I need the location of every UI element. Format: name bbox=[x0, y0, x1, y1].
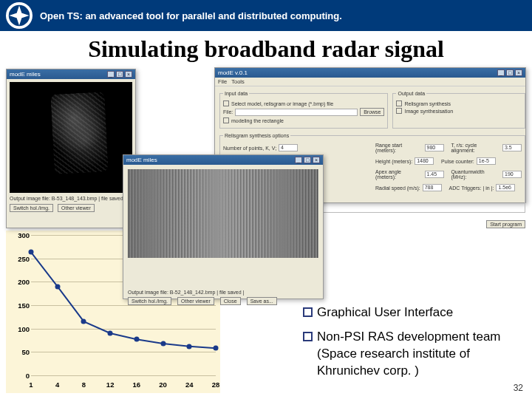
file-input[interactable] bbox=[235, 109, 358, 116]
y-tick: 150 bbox=[9, 301, 30, 310]
inp-rad[interactable]: 788 bbox=[423, 184, 442, 191]
radar-image bbox=[10, 82, 132, 193]
legend: Relisgram synthesis options bbox=[223, 133, 290, 138]
titlebar: modE v.0.1 _ □ × bbox=[215, 68, 525, 78]
page-number: 32 bbox=[514, 383, 523, 393]
data-point bbox=[187, 344, 192, 349]
bullet-icon bbox=[303, 332, 313, 341]
close-icon[interactable]: × bbox=[515, 69, 522, 76]
legend: Output data bbox=[396, 91, 426, 96]
y-tick: 250 bbox=[9, 254, 30, 262]
y-tick: 200 bbox=[9, 278, 30, 286]
hologram-image bbox=[128, 169, 318, 258]
x-tick: 8 bbox=[72, 381, 95, 389]
data-point bbox=[214, 346, 219, 351]
bullet-gui: Graphical User Interface bbox=[317, 304, 453, 321]
cb-image[interactable] bbox=[396, 108, 402, 114]
input-data-group: Input data Select model, relisgram or im… bbox=[219, 91, 388, 129]
close-button[interactable]: Close bbox=[220, 297, 241, 305]
inp-adc[interactable]: 1.5e6 bbox=[496, 184, 515, 191]
slide-title: Simulating broadband radar signal bbox=[0, 35, 532, 63]
bullet-list: Graphical User Interface Non-PSI RAS dev… bbox=[303, 297, 525, 387]
radio-model-rect[interactable] bbox=[223, 117, 229, 123]
menubar: File Tools bbox=[215, 78, 525, 86]
x-tick: 1 bbox=[20, 381, 42, 389]
window-title: modE v.0.1 bbox=[218, 69, 248, 76]
header-text: Open TS: an advanced tool for parallel a… bbox=[40, 10, 342, 21]
browse-button[interactable]: Browse bbox=[360, 108, 384, 116]
inp-points[interactable]: 4 bbox=[279, 144, 298, 151]
output-file-label: Output image file: B-52_148_142.bmp | fi… bbox=[128, 290, 318, 295]
data-point bbox=[134, 337, 139, 342]
y-tick: 300 bbox=[9, 231, 30, 239]
max-icon[interactable]: □ bbox=[116, 71, 123, 78]
menu-tools[interactable]: Tools bbox=[231, 78, 245, 85]
x-tick: 16 bbox=[126, 381, 148, 389]
data-point bbox=[55, 284, 60, 289]
bullet-team: Non-PSI RAS development team (Space rese… bbox=[317, 329, 525, 380]
close-icon[interactable]: × bbox=[313, 157, 320, 163]
inp-range[interactable]: 980 bbox=[425, 144, 444, 151]
inp-pulse[interactable]: 1e-5 bbox=[477, 157, 496, 165]
legend: Input data bbox=[223, 91, 249, 96]
x-tick: 28 bbox=[205, 381, 227, 389]
menu-file[interactable]: File bbox=[218, 78, 227, 85]
switch-button[interactable]: Switch hol./img. bbox=[10, 204, 53, 212]
close-icon[interactable]: × bbox=[125, 71, 132, 78]
bullet-icon bbox=[303, 307, 313, 317]
slide-header: Open TS: an advanced tool for parallel a… bbox=[0, 0, 532, 31]
data-point bbox=[160, 341, 166, 346]
data-point bbox=[108, 331, 113, 336]
inp-cycle[interactable]: 3.5 bbox=[502, 144, 522, 151]
star-logo-icon bbox=[8, 4, 30, 27]
output-data-group: Output data Relisgram synthesis Image sy… bbox=[392, 91, 525, 129]
other-viewer-button[interactable]: Other viewer bbox=[58, 204, 95, 212]
window-title: modE miles bbox=[126, 157, 157, 163]
inp-apex[interactable]: 1.45 bbox=[425, 171, 444, 178]
titlebar: modE miles _ □ × bbox=[7, 69, 135, 79]
other-viewer-button[interactable]: Other viewer bbox=[177, 297, 214, 305]
data-point bbox=[29, 250, 34, 255]
x-tick: 20 bbox=[152, 381, 174, 389]
min-icon[interactable]: _ bbox=[497, 69, 505, 76]
data-point bbox=[81, 319, 86, 324]
y-tick: 50 bbox=[9, 348, 30, 356]
x-tick: 24 bbox=[178, 381, 200, 389]
logo bbox=[6, 2, 33, 29]
y-tick: 100 bbox=[9, 324, 30, 332]
output-file-label: Output image file: B-53_148_143.bmp | fi… bbox=[10, 196, 132, 201]
window-hologram-viewer: modE miles _ □ × Output image file: B-52… bbox=[123, 154, 324, 299]
y-tick: 0 bbox=[9, 372, 30, 380]
screenshot-cluster: modE miles _ □ × Output image file: B-53… bbox=[0, 66, 532, 258]
window-radar-viewer: modE miles _ □ × Output image file: B-53… bbox=[6, 69, 136, 228]
x-tick: 4 bbox=[47, 381, 69, 389]
save-as-button[interactable]: Save as... bbox=[247, 297, 277, 305]
cb-hologram[interactable] bbox=[396, 100, 402, 106]
x-tick: 12 bbox=[99, 381, 121, 389]
inp-height[interactable]: 1480 bbox=[415, 157, 434, 165]
start-program-button[interactable]: Start program bbox=[486, 220, 525, 228]
min-icon[interactable]: _ bbox=[107, 71, 115, 78]
window-title: modE miles bbox=[10, 71, 41, 78]
switch-button[interactable]: Switch hol./img. bbox=[128, 297, 171, 305]
inp-band[interactable]: 190 bbox=[502, 171, 522, 178]
max-icon[interactable]: □ bbox=[506, 69, 514, 76]
titlebar: modE miles _ □ × bbox=[123, 155, 323, 165]
radio-select-file[interactable] bbox=[223, 100, 229, 106]
min-icon[interactable]: _ bbox=[295, 157, 302, 163]
max-icon[interactable]: □ bbox=[304, 157, 311, 163]
